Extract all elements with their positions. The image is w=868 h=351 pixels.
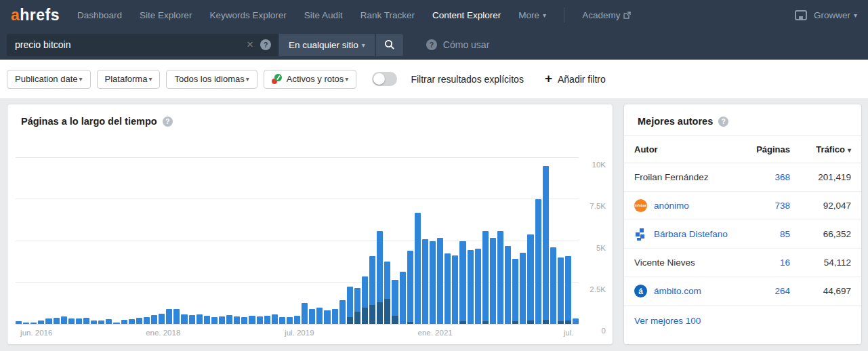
chart-bar[interactable] (61, 316, 67, 324)
chart-bar[interactable] (309, 309, 315, 324)
chart-bar[interactable] (475, 249, 481, 324)
author-name-link[interactable]: anónimo (654, 201, 689, 211)
chart-bar[interactable] (400, 272, 406, 324)
chart-bar[interactable] (332, 309, 338, 324)
chart-bar[interactable] (234, 316, 240, 325)
nav-site-explorer[interactable]: Site Explorer (140, 10, 192, 20)
chart-bar[interactable] (219, 316, 225, 325)
chart-bar[interactable] (565, 256, 571, 324)
chart-bar[interactable] (384, 262, 390, 324)
chart-bar[interactable] (151, 315, 157, 324)
chart-bar[interactable] (392, 280, 398, 324)
chart-bar[interactable] (189, 315, 195, 324)
chart-bar[interactable] (159, 314, 165, 324)
chart-bar[interactable] (68, 318, 75, 324)
how-to-use-link[interactable]: ? Cómo usar (426, 39, 489, 50)
chart-bar[interactable] (264, 316, 270, 324)
chart-bar[interactable] (339, 300, 346, 324)
chart-bar[interactable] (407, 251, 413, 324)
search-help-icon[interactable]: ? (260, 39, 271, 50)
author-pages-link[interactable]: 368 (748, 172, 790, 182)
account-menu[interactable]: Growwer (814, 10, 857, 20)
chart-bar[interactable] (129, 319, 135, 324)
chart-bar[interactable] (422, 239, 428, 324)
nav-site-audit[interactable]: Site Audit (304, 10, 343, 20)
chart-bar[interactable] (279, 317, 285, 324)
view-top-100-link[interactable]: Ver mejores 100 (624, 306, 861, 336)
chart-bar[interactable] (482, 231, 489, 324)
chart-bar[interactable] (347, 287, 353, 324)
clear-search-icon[interactable]: × (247, 38, 253, 51)
chart-bar[interactable] (45, 318, 51, 324)
nav-academy[interactable]: Academy (582, 10, 631, 20)
chart-bar[interactable] (241, 317, 247, 324)
author-pages-link[interactable]: 16 (748, 257, 790, 268)
chart-bar[interactable] (430, 241, 436, 325)
chart-bar[interactable] (302, 303, 308, 324)
chart-bar[interactable] (272, 314, 278, 324)
nav-more-menu[interactable]: More (518, 10, 546, 20)
chart-bar[interactable] (98, 321, 104, 324)
chart-bar[interactable] (445, 253, 451, 324)
nav-content-explorer[interactable]: Content Explorer (432, 10, 501, 20)
chart-bar[interactable] (543, 166, 549, 324)
chart-bar[interactable] (459, 241, 466, 325)
chart-help-icon[interactable]: ? (163, 117, 173, 127)
chart-bar[interactable] (527, 234, 533, 324)
chart-bar[interactable] (550, 247, 556, 324)
chart-bar[interactable] (520, 253, 526, 324)
search-input[interactable]: precio bitcoin × ? (7, 34, 278, 56)
chart-bar[interactable] (16, 321, 22, 324)
nav-rank-tracker[interactable]: Rank Tracker (360, 10, 415, 20)
author-pages-link[interactable]: 264 (748, 286, 790, 296)
chart-bar[interactable] (573, 318, 579, 324)
search-scope-dropdown[interactable]: En cualquier sitio (279, 34, 375, 56)
chart-bar[interactable] (197, 314, 203, 324)
chart-bar[interactable] (369, 256, 375, 324)
chart-bar[interactable] (166, 309, 172, 324)
chart-bar[interactable] (497, 231, 503, 324)
author-pages-link[interactable]: 738 (748, 201, 790, 211)
author-name-link[interactable]: Bárbara Distefano (654, 229, 728, 239)
chart-bar[interactable] (38, 321, 44, 324)
chart-bar[interactable] (490, 238, 496, 324)
authors-help-icon[interactable]: ? (718, 117, 728, 127)
author-name-link[interactable]: ámbito.com (654, 286, 701, 296)
chart-bar[interactable] (173, 309, 180, 324)
chart-bar[interactable] (83, 318, 89, 324)
chart-bar[interactable] (324, 310, 330, 324)
filter-publication-date[interactable]: Publication date (7, 70, 91, 89)
filter-live-broken[interactable]: Activos y rotos (264, 70, 357, 89)
chart-bar[interactable] (249, 316, 255, 324)
explicit-results-toggle[interactable] (372, 72, 397, 86)
chart-bar[interactable] (106, 319, 112, 324)
chart-bar[interactable] (294, 316, 300, 324)
chart-bar[interactable] (136, 318, 142, 324)
chart-bar[interactable] (468, 250, 474, 324)
chart-bar[interactable] (211, 317, 218, 324)
nav-keywords-explorer[interactable]: Keywords Explorer (209, 10, 286, 20)
chart-bar[interactable] (287, 317, 293, 324)
chart-bar[interactable] (535, 199, 541, 324)
workspace-icon[interactable] (795, 10, 807, 20)
chart-bar[interactable] (377, 231, 383, 324)
chart-bar[interactable] (452, 255, 458, 324)
author-pages-link[interactable]: 85 (748, 229, 790, 239)
column-paginas[interactable]: Páginas (748, 144, 790, 154)
chart-bar[interactable] (505, 246, 511, 324)
chart-bar[interactable] (30, 323, 37, 324)
chart-bar[interactable] (512, 259, 518, 324)
add-filter-button[interactable]: Añadir filtro (545, 74, 606, 85)
chart-bar[interactable] (121, 320, 127, 324)
chart-bar[interactable] (415, 213, 421, 324)
chart-bar[interactable] (558, 257, 564, 324)
chart-bar[interactable] (226, 315, 232, 324)
chart-bar[interactable] (76, 318, 82, 324)
chart-bar[interactable] (113, 323, 119, 324)
ahrefs-logo[interactable]: ahrefs (11, 6, 60, 24)
chart-bar[interactable] (316, 308, 323, 325)
column-trafico-sorted[interactable]: Tráfico (790, 144, 851, 154)
search-button[interactable] (376, 34, 403, 56)
chart-bar[interactable] (144, 317, 150, 324)
chart-bar[interactable] (181, 314, 187, 324)
